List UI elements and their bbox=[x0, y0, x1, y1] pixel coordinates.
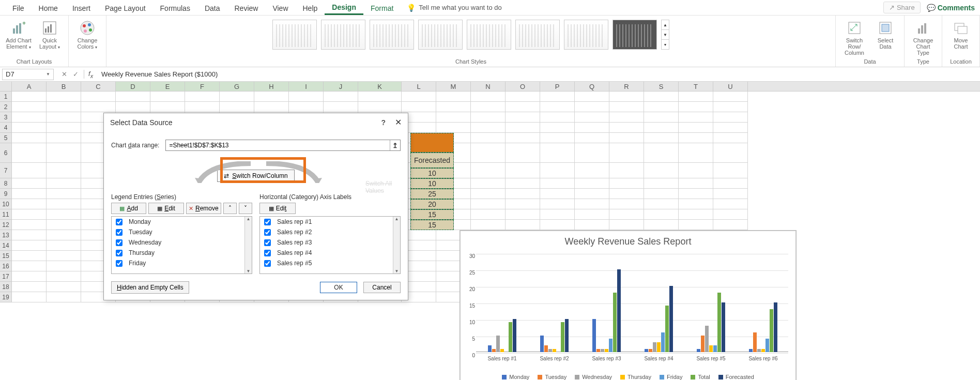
cell[interactable] bbox=[609, 133, 644, 143]
cell[interactable] bbox=[713, 199, 748, 209]
cell[interactable] bbox=[436, 112, 471, 123]
series-checkbox[interactable] bbox=[116, 239, 122, 246]
chart-bar[interactable] bbox=[757, 349, 761, 352]
list-item[interactable]: Sales rep #4 bbox=[260, 248, 393, 258]
gallery-scroll[interactable]: ▲▼▾ bbox=[661, 20, 669, 50]
chart-style-thumb[interactable] bbox=[321, 20, 365, 50]
chart-bar[interactable] bbox=[713, 345, 717, 352]
range-picker-button[interactable]: ↥ bbox=[390, 140, 400, 150]
cell[interactable] bbox=[471, 112, 506, 123]
cell[interactable] bbox=[12, 251, 47, 261]
cell[interactable] bbox=[220, 102, 254, 112]
embedded-chart[interactable]: Weekly Revenue Sales Report 051015202530… bbox=[460, 231, 796, 380]
cell[interactable] bbox=[609, 143, 644, 163]
cell[interactable] bbox=[324, 92, 358, 102]
chart-bar[interactable] bbox=[753, 332, 757, 352]
move-chart-button[interactable]: Move Chart bbox=[947, 18, 974, 50]
chart-title[interactable]: Weekly Revenue Sales Report bbox=[461, 231, 795, 250]
tellme-search[interactable]: 💡 Tell me what you want to do bbox=[407, 4, 501, 12]
chart-bar[interactable] bbox=[613, 293, 617, 352]
cell[interactable]: 15 bbox=[410, 220, 454, 230]
cell[interactable] bbox=[540, 209, 575, 220]
tab-home[interactable]: Home bbox=[32, 1, 65, 14]
cell[interactable] bbox=[575, 133, 609, 143]
cell[interactable] bbox=[471, 178, 506, 189]
cell[interactable] bbox=[506, 92, 540, 102]
cell[interactable] bbox=[644, 133, 679, 143]
cell[interactable] bbox=[609, 92, 644, 102]
cell[interactable] bbox=[47, 292, 81, 302]
chart-bar[interactable] bbox=[553, 349, 556, 352]
cell[interactable] bbox=[12, 261, 47, 271]
row-header[interactable]: 6 bbox=[0, 143, 12, 163]
scrollbar[interactable]: ▲▼ bbox=[244, 217, 252, 273]
cell[interactable] bbox=[506, 133, 540, 143]
edit-axis-button[interactable]: ▦Edit bbox=[259, 203, 296, 214]
cell[interactable] bbox=[47, 261, 81, 271]
cell[interactable] bbox=[679, 143, 713, 163]
row-header[interactable]: 2 bbox=[0, 102, 12, 112]
tab-file[interactable]: File bbox=[5, 1, 32, 14]
legend-item[interactable]: Thursday bbox=[620, 374, 651, 380]
edit-series-button[interactable]: ▦Edit bbox=[148, 203, 183, 214]
cell[interactable] bbox=[47, 163, 81, 178]
cell[interactable] bbox=[713, 112, 748, 123]
chart-bar[interactable] bbox=[774, 302, 777, 352]
move-up-button[interactable]: ˄ bbox=[223, 203, 237, 214]
cell[interactable] bbox=[12, 240, 47, 251]
chart-bar[interactable] bbox=[665, 306, 669, 352]
chart-bar[interactable] bbox=[617, 269, 621, 352]
category-checkbox[interactable] bbox=[264, 219, 271, 225]
chart-bar[interactable] bbox=[561, 322, 564, 352]
chart-style-thumb[interactable] bbox=[515, 20, 560, 50]
cell[interactable] bbox=[713, 143, 748, 163]
cell[interactable] bbox=[644, 92, 679, 102]
cell[interactable] bbox=[644, 199, 679, 209]
cell[interactable] bbox=[679, 102, 713, 112]
cell[interactable] bbox=[609, 209, 644, 220]
remove-series-button[interactable]: ✕Remove bbox=[186, 203, 221, 214]
cell[interactable] bbox=[575, 112, 609, 123]
cell[interactable] bbox=[506, 112, 540, 123]
row-header[interactable]: 5 bbox=[0, 133, 12, 143]
chart-bar[interactable] bbox=[601, 349, 604, 352]
cell[interactable] bbox=[506, 209, 540, 220]
cell[interactable] bbox=[506, 220, 540, 230]
row-header[interactable]: 15 bbox=[0, 251, 12, 261]
cell[interactable] bbox=[644, 112, 679, 123]
cell[interactable] bbox=[506, 199, 540, 209]
cell[interactable] bbox=[116, 92, 150, 102]
cell[interactable] bbox=[471, 133, 506, 143]
row-header[interactable]: 11 bbox=[0, 209, 12, 220]
chart-bar[interactable] bbox=[540, 336, 544, 352]
list-item[interactable]: Tuesday bbox=[112, 227, 244, 237]
chart-bar[interactable] bbox=[596, 349, 600, 352]
cell[interactable] bbox=[609, 163, 644, 178]
cell[interactable]: 25 bbox=[410, 189, 454, 199]
cell[interactable] bbox=[609, 112, 644, 123]
cell[interactable] bbox=[81, 102, 116, 112]
chart-bar[interactable] bbox=[548, 349, 552, 352]
chart-bar[interactable] bbox=[605, 349, 608, 352]
cell[interactable] bbox=[47, 92, 81, 102]
quick-layout-button[interactable]: Quick Layout ▾ bbox=[36, 18, 63, 51]
cell[interactable] bbox=[436, 102, 471, 112]
chart-bar[interactable] bbox=[717, 293, 721, 352]
cell[interactable] bbox=[185, 92, 220, 102]
series-checkbox[interactable] bbox=[116, 260, 122, 267]
cell[interactable] bbox=[47, 230, 81, 240]
legend-item[interactable]: Total bbox=[691, 374, 710, 380]
chart-bar[interactable] bbox=[592, 319, 596, 352]
chart-bar[interactable] bbox=[705, 326, 709, 352]
cell[interactable] bbox=[12, 112, 47, 123]
comments-button[interactable]: 💬 Comments bbox=[927, 4, 975, 12]
list-item[interactable]: Monday bbox=[112, 217, 244, 227]
cell[interactable] bbox=[254, 102, 289, 112]
cell[interactable] bbox=[609, 102, 644, 112]
cell[interactable] bbox=[575, 220, 609, 230]
name-box[interactable]: D7 ▼ bbox=[2, 69, 54, 80]
cell[interactable] bbox=[679, 220, 713, 230]
cell[interactable] bbox=[644, 163, 679, 178]
column-header[interactable]: N bbox=[471, 82, 506, 91]
select-data-button[interactable]: Select Data bbox=[872, 18, 899, 50]
